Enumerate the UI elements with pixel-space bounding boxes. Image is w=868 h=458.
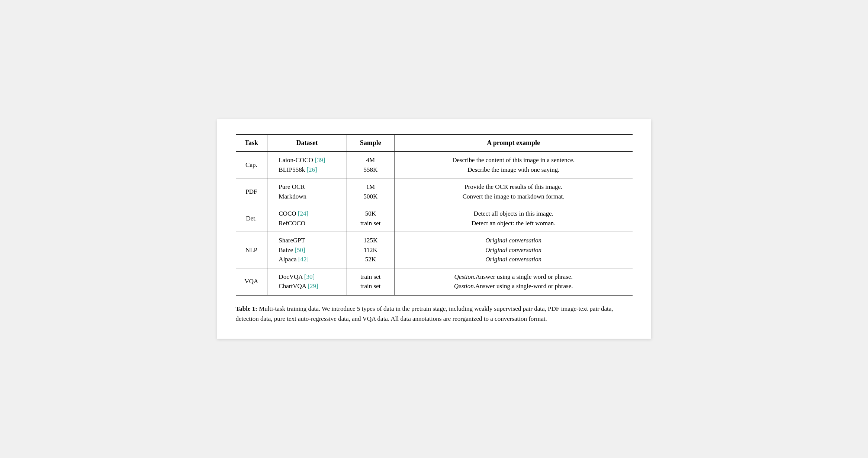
sample-entry: 52K [352,255,389,264]
sample-entry: train set [352,219,389,228]
dataset-entry: BLIP558k [26] [279,165,341,175]
prompt-entry: Convert the image to markdown format. [400,192,627,201]
dataset-entry: Laion-COCO [39] [279,155,341,165]
cell-prompt: Original conversationOriginal conversati… [394,232,632,268]
dataset-entry: DocVQA [30] [279,272,341,282]
cell-prompt: Describe the content of this image in a … [394,151,632,178]
dataset-entry: ChartVQA [29] [279,281,341,291]
cell-sample: 125K112K52K [347,232,394,268]
dataset-entry: COCO [24] [279,209,341,219]
page-container: Task Dataset Sample A prompt example Cap… [217,119,651,339]
header-task: Task [236,135,267,151]
cell-task: PDF [236,178,267,205]
prompt-entry: Qestion.Answer using a single word or ph… [400,272,627,282]
prompt-entry: Qestion.Answer using a single-word or ph… [400,281,627,291]
header-dataset: Dataset [267,135,347,151]
cell-sample: 4M558K [347,151,394,178]
header-sample: Sample [347,135,394,151]
prompt-entry: Detect an object: the left woman. [400,219,627,228]
cell-prompt: Provide the OCR results of this image.Co… [394,178,632,205]
dataset-entry: ShareGPT [279,236,341,245]
cell-sample: train settrain set [347,268,394,295]
citation-link: [50] [295,246,305,254]
cell-dataset: Pure OCRMarkdown [267,178,347,205]
citation-link: [24] [298,210,308,217]
sample-entry: train set [352,281,389,291]
cell-prompt: Qestion.Answer using a single word or ph… [394,268,632,295]
dataset-entry: Pure OCR [279,182,341,192]
cell-task: VQA [236,268,267,295]
prompt-entry: Original conversation [400,236,627,245]
prompt-entry: Describe the content of this image in a … [400,155,627,165]
dataset-entry: Markdown [279,192,341,201]
sample-entry: 558K [352,165,389,175]
sample-entry: 112K [352,245,389,255]
table-row: Cap.Laion-COCO [39]BLIP558k [26]4M558KDe… [236,151,633,178]
table-caption: Table 1: Multi-task training data. We in… [236,304,633,324]
citation-link: [42] [298,256,309,263]
citation-link: [39] [315,157,325,164]
sample-entry: 1M [352,182,389,192]
prompt-entry: Original conversation [400,255,627,264]
prompt-entry: Detect all objects in this image. [400,209,627,219]
citation-link: [29] [308,283,318,290]
dataset-entry: Baize [50] [279,245,341,255]
prompt-entry: Original conversation [400,245,627,255]
prompt-entry: Describe the image with one saying. [400,165,627,175]
cell-task: NLP [236,232,267,268]
citation-link: [26] [306,166,317,173]
header-prompt: A prompt example [394,135,632,151]
citation-link: [30] [304,273,315,280]
sample-entry: 50K [352,209,389,219]
caption-label: Table 1: [236,305,257,312]
table-row: Det.COCO [24]RefCOCO50Ktrain setDetect a… [236,205,633,232]
cell-task: Det. [236,205,267,232]
cell-sample: 1M500K [347,178,394,205]
sample-entry: 500K [352,192,389,201]
cell-prompt: Detect all objects in this image.Detect … [394,205,632,232]
table-row: NLPShareGPTBaize [50]Alpaca [42]125K112K… [236,232,633,268]
dataset-entry: RefCOCO [279,219,341,228]
caption-text: Multi-task training data. We introduce 5… [236,305,613,322]
cell-dataset: Laion-COCO [39]BLIP558k [26] [267,151,347,178]
sample-entry: 4M [352,155,389,165]
cell-dataset: ShareGPTBaize [50]Alpaca [42] [267,232,347,268]
cell-dataset: DocVQA [30]ChartVQA [29] [267,268,347,295]
cell-task: Cap. [236,151,267,178]
sample-entry: train set [352,272,389,282]
dataset-entry: Alpaca [42] [279,255,341,264]
table-row: PDFPure OCRMarkdown1M500KProvide the OCR… [236,178,633,205]
cell-dataset: COCO [24]RefCOCO [267,205,347,232]
sample-entry: 125K [352,236,389,245]
cell-sample: 50Ktrain set [347,205,394,232]
prompt-entry: Provide the OCR results of this image. [400,182,627,192]
table-header-row: Task Dataset Sample A prompt example [236,135,633,151]
table-row: VQADocVQA [30]ChartVQA [29]train settrai… [236,268,633,295]
data-table: Task Dataset Sample A prompt example Cap… [236,134,633,296]
